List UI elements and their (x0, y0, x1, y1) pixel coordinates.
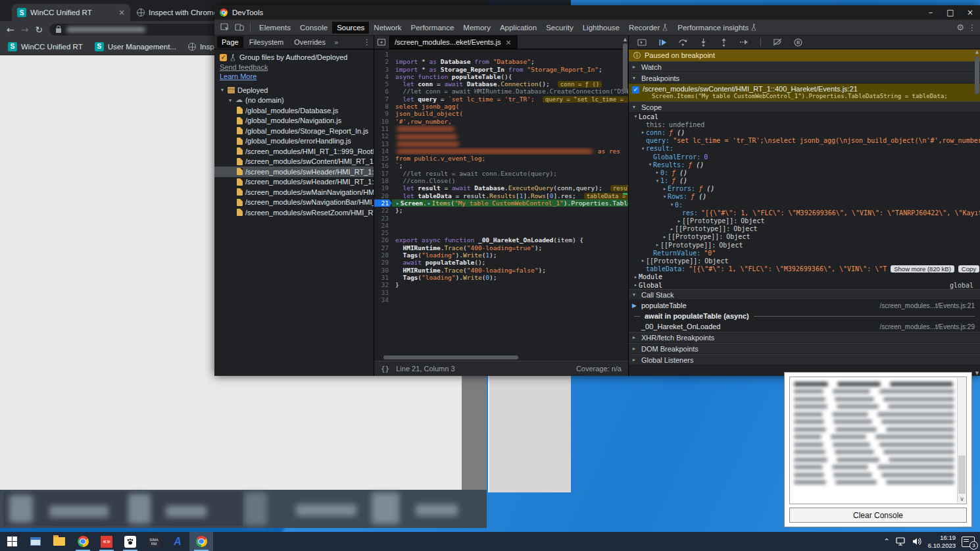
call-stack-frame[interactable]: ▶populateTable/screen_modules...t/Events… (629, 300, 980, 311)
line-number[interactable]: 1 (374, 51, 392, 58)
devtools-tab-elements[interactable]: Elements (255, 22, 295, 34)
reload-button[interactable]: ↻ (35, 24, 43, 35)
simatic-app-icon[interactable]: SIMA RM (142, 532, 166, 551)
call-stack-frame[interactable]: _00_Hareket_OnLoaded/screen_modules...t/… (629, 321, 980, 332)
line-number[interactable]: 34 (374, 296, 392, 303)
tree-file[interactable]: /screen_modules/swContent/HMI_RT_1::400_… (214, 157, 374, 167)
scope-row[interactable]: res:"[{\"#\": 1, \"FLC\": \"M392699366\"… (629, 209, 980, 217)
file-tab[interactable]: /screen_modules...eket/Events.js × (389, 36, 518, 49)
scope-row[interactable]: tableData:"[{\"#\": 1, \"FLC\": \"M39269… (629, 265, 980, 273)
section-call-stack[interactable]: ▾ Call Stack (629, 289, 980, 300)
scope-row[interactable]: ▸Globalglobal (629, 281, 980, 289)
line-number[interactable]: 31 (374, 274, 392, 281)
navigator-tab-filesystem[interactable]: Filesystem (245, 36, 289, 48)
clear-console-button[interactable]: Clear Console (789, 508, 967, 523)
line-number[interactable]: 30 (374, 267, 392, 274)
line-number[interactable]: 23 (374, 215, 392, 222)
tab-close-icon[interactable]: × (118, 8, 125, 17)
group-files-checkbox[interactable]: ✓ (220, 54, 227, 61)
breakpoint-checkbox[interactable]: ✓ (632, 86, 639, 93)
scope-row[interactable]: ▾1:ƒ () (629, 177, 980, 185)
scope-row[interactable]: ▾0: (629, 201, 980, 209)
section-dom-breakpoints[interactable]: ▸ DOM Breakpoints (629, 343, 980, 354)
red-app-icon[interactable]: «» (95, 532, 118, 551)
line-number[interactable]: 18 (374, 177, 392, 184)
devtools-tab-sources[interactable]: Sources (332, 22, 369, 34)
section-xhr-breakpoints[interactable]: ▸ XHR/fetch Breakpoints (629, 332, 980, 343)
toggle-sidebar-icon[interactable] (635, 36, 649, 48)
section-scope[interactable]: ▾ Scope (629, 101, 980, 113)
line-number[interactable]: 8 (374, 103, 392, 110)
line-number[interactable]: 28 (374, 251, 392, 259)
step-into-icon[interactable] (697, 36, 710, 48)
browser-tab-inspect[interactable]: Inspect with Chrome Dev (132, 4, 216, 21)
inspect-element-icon[interactable] (218, 22, 232, 34)
file-explorer-icon[interactable] (47, 532, 71, 551)
network-icon[interactable] (896, 537, 906, 546)
devtools-tab-lighthouse[interactable]: Lighthouse (578, 22, 624, 34)
scope-row[interactable]: query:"set lc_time = 'tr_TR';\nselect js… (629, 137, 980, 145)
line-number[interactable]: 13 (374, 140, 392, 147)
scope-row[interactable]: ▾result: (629, 145, 980, 153)
signature-app-icon[interactable]: A (166, 532, 189, 551)
log-console-content[interactable]: ∨ (789, 377, 967, 504)
navigator-tab-overrides[interactable]: Overrides (289, 36, 330, 48)
notification-icon[interactable]: 3 (962, 537, 975, 547)
close-button[interactable]: × (960, 5, 980, 20)
line-number[interactable]: 29 (374, 259, 392, 266)
devtools-tab-console[interactable]: Console (295, 22, 332, 34)
tree-file[interactable]: /screen_modules/HMI_RT_1::999_RootBase/E… (214, 146, 374, 157)
line-number[interactable]: 17 (374, 170, 392, 177)
scroll-up-icon[interactable]: ▲ (974, 49, 980, 55)
pause-on-exceptions-icon[interactable] (791, 36, 804, 48)
devtools-title-bar[interactable]: DevTools – □ × (214, 5, 980, 20)
line-number[interactable]: 24 (374, 222, 392, 229)
scope-row[interactable]: ReturnValue:"0" (629, 249, 980, 257)
scrollbar-thumb[interactable] (975, 56, 979, 94)
scope-row[interactable]: ▾Rows:ƒ () (629, 193, 980, 201)
tree-file[interactable]: /global_modules/Database.js (214, 105, 374, 116)
scroll-down-icon[interactable]: ∨ (958, 496, 966, 502)
scope-row[interactable]: ▸[[Prototype]]:Object (629, 217, 980, 224)
tree-file[interactable]: /global_modules/errorHandling.js (214, 136, 374, 147)
learn-more-link[interactable]: Learn More (214, 72, 374, 81)
section-breakpoints[interactable]: ▾ Breakpoints (629, 72, 980, 84)
navigator-tab--[interactable]: » (331, 38, 341, 47)
forward-button[interactable]: → (21, 24, 29, 35)
breakpoint-entry[interactable]: ✓ /screen_modules/swContent/HMI_RT_1::40… (629, 84, 980, 101)
step-over-icon[interactable] (676, 36, 689, 48)
tree-file[interactable]: /global_modules/Navigation.js (214, 116, 374, 126)
scope-row[interactable]: ▸Errors:ƒ () (629, 185, 980, 193)
scope-row[interactable]: this:undefined (629, 120, 980, 128)
editor-horizontal-scrollbar[interactable] (374, 354, 628, 361)
tree-file[interactable]: /screen_modules/swMainNavigation/HMI_RT_… (214, 187, 374, 197)
line-number[interactable]: 32 (374, 281, 392, 288)
chrome-taskbar-icon[interactable] (71, 532, 95, 551)
section-watch[interactable]: ▸ Watch (629, 61, 980, 72)
line-number[interactable]: 6 (374, 88, 392, 95)
editor-vertical-scrollbar[interactable]: ▲ (622, 37, 628, 352)
line-number[interactable]: 25 (374, 229, 392, 236)
navigator-tab-page[interactable]: Page (217, 36, 243, 48)
minimize-button[interactable]: – (921, 5, 941, 20)
line-number[interactable]: 20 (374, 192, 392, 199)
line-number[interactable]: 22 (374, 207, 392, 214)
tree-file[interactable]: /screen_modules/swNavigationBar/HMI_RT_1… (214, 197, 374, 208)
line-number[interactable]: 14 (374, 147, 392, 155)
devtools-tab-security[interactable]: Security (541, 22, 578, 34)
back-button[interactable]: ← (7, 24, 14, 35)
scope-row[interactable]: ▸0:ƒ () (629, 169, 980, 176)
devtools-tab-recorder[interactable]: Recorder (624, 22, 673, 34)
scope-row[interactable]: ▸Module (629, 273, 980, 281)
section-global-listeners[interactable]: ▸ Global Listeners (629, 354, 980, 365)
tree-file[interactable]: /global_modules/Storage_Report_In.js (214, 126, 374, 136)
scope-row[interactable]: ▸[[Prototype]]:Object (629, 225, 980, 233)
line-number[interactable]: 15 (374, 155, 392, 162)
line-number[interactable]: 21 (374, 199, 392, 207)
scope-row[interactable]: ▸conn:ƒ () (629, 128, 980, 136)
pretty-print-icon[interactable]: {} (381, 365, 389, 373)
browser-tab-wincc[interactable]: S WinCC Unified RT × (12, 4, 130, 21)
file-tab-close-icon[interactable]: × (505, 38, 511, 47)
bookmark-wincc-unified-rt[interactable]: SWinCC Unified RT (8, 42, 83, 51)
scope-row[interactable]: ▾Local (629, 113, 980, 120)
